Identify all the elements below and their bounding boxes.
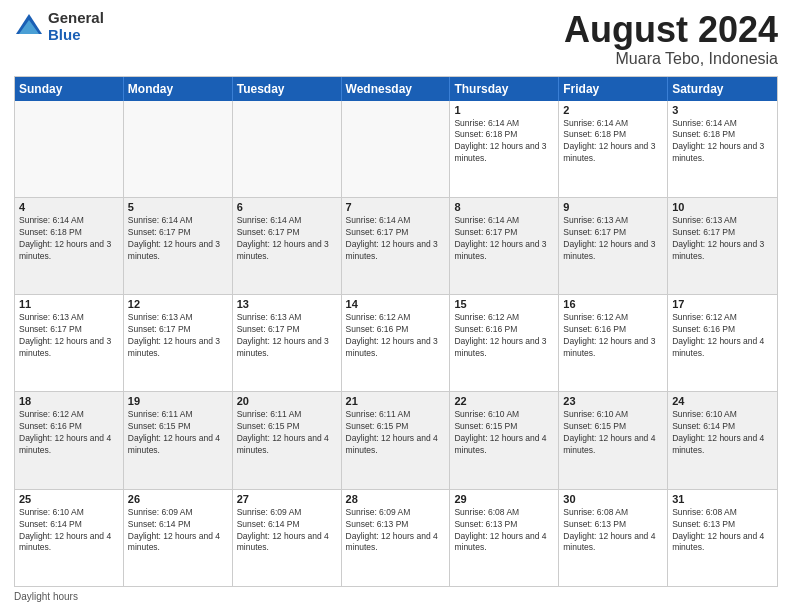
day-info: Sunrise: 6:13 AMSunset: 6:17 PMDaylight:…: [237, 312, 337, 360]
day-number: 17: [672, 298, 773, 310]
day-number: 8: [454, 201, 554, 213]
day-info: Sunrise: 6:12 AMSunset: 6:16 PMDaylight:…: [454, 312, 554, 360]
calendar-cell: 30Sunrise: 6:08 AMSunset: 6:13 PMDayligh…: [559, 490, 668, 586]
calendar-cell: 12Sunrise: 6:13 AMSunset: 6:17 PMDayligh…: [124, 295, 233, 391]
title-location: Muara Tebo, Indonesia: [564, 50, 778, 68]
calendar-cell: 6Sunrise: 6:14 AMSunset: 6:17 PMDaylight…: [233, 198, 342, 294]
calendar-header-cell: Thursday: [450, 77, 559, 101]
calendar-week-row: 18Sunrise: 6:12 AMSunset: 6:16 PMDayligh…: [15, 392, 777, 489]
day-info: Sunrise: 6:11 AMSunset: 6:15 PMDaylight:…: [128, 409, 228, 457]
calendar-week-row: 11Sunrise: 6:13 AMSunset: 6:17 PMDayligh…: [15, 295, 777, 392]
day-number: 2: [563, 104, 663, 116]
calendar-cell: 23Sunrise: 6:10 AMSunset: 6:15 PMDayligh…: [559, 392, 668, 488]
day-info: Sunrise: 6:12 AMSunset: 6:16 PMDaylight:…: [346, 312, 446, 360]
day-info: Sunrise: 6:14 AMSunset: 6:17 PMDaylight:…: [237, 215, 337, 263]
calendar-cell: 25Sunrise: 6:10 AMSunset: 6:14 PMDayligh…: [15, 490, 124, 586]
calendar-cell: 14Sunrise: 6:12 AMSunset: 6:16 PMDayligh…: [342, 295, 451, 391]
day-number: 30: [563, 493, 663, 505]
day-number: 4: [19, 201, 119, 213]
day-number: 23: [563, 395, 663, 407]
calendar-cell: 1Sunrise: 6:14 AMSunset: 6:18 PMDaylight…: [450, 101, 559, 197]
day-number: 24: [672, 395, 773, 407]
calendar-cell: [342, 101, 451, 197]
calendar-header-cell: Monday: [124, 77, 233, 101]
calendar-week-row: 1Sunrise: 6:14 AMSunset: 6:18 PMDaylight…: [15, 101, 777, 198]
calendar-header-cell: Sunday: [15, 77, 124, 101]
day-number: 9: [563, 201, 663, 213]
calendar-cell: 31Sunrise: 6:08 AMSunset: 6:13 PMDayligh…: [668, 490, 777, 586]
day-info: Sunrise: 6:10 AMSunset: 6:14 PMDaylight:…: [672, 409, 773, 457]
day-info: Sunrise: 6:08 AMSunset: 6:13 PMDaylight:…: [672, 507, 773, 555]
day-number: 11: [19, 298, 119, 310]
calendar-cell: 28Sunrise: 6:09 AMSunset: 6:13 PMDayligh…: [342, 490, 451, 586]
day-info: Sunrise: 6:14 AMSunset: 6:18 PMDaylight:…: [672, 118, 773, 166]
day-info: Sunrise: 6:13 AMSunset: 6:17 PMDaylight:…: [19, 312, 119, 360]
calendar-cell: 7Sunrise: 6:14 AMSunset: 6:17 PMDaylight…: [342, 198, 451, 294]
day-number: 5: [128, 201, 228, 213]
footer-note: Daylight hours: [14, 591, 778, 602]
day-number: 29: [454, 493, 554, 505]
calendar-cell: 5Sunrise: 6:14 AMSunset: 6:17 PMDaylight…: [124, 198, 233, 294]
calendar-cell: 9Sunrise: 6:13 AMSunset: 6:17 PMDaylight…: [559, 198, 668, 294]
day-number: 6: [237, 201, 337, 213]
calendar-header-cell: Tuesday: [233, 77, 342, 101]
day-number: 27: [237, 493, 337, 505]
day-number: 25: [19, 493, 119, 505]
calendar-cell: 17Sunrise: 6:12 AMSunset: 6:16 PMDayligh…: [668, 295, 777, 391]
day-number: 1: [454, 104, 554, 116]
day-info: Sunrise: 6:09 AMSunset: 6:13 PMDaylight:…: [346, 507, 446, 555]
calendar-header-cell: Wednesday: [342, 77, 451, 101]
day-number: 28: [346, 493, 446, 505]
day-number: 16: [563, 298, 663, 310]
day-info: Sunrise: 6:10 AMSunset: 6:14 PMDaylight:…: [19, 507, 119, 555]
calendar-cell: [15, 101, 124, 197]
day-info: Sunrise: 6:14 AMSunset: 6:18 PMDaylight:…: [19, 215, 119, 263]
day-number: 20: [237, 395, 337, 407]
day-number: 18: [19, 395, 119, 407]
day-info: Sunrise: 6:14 AMSunset: 6:17 PMDaylight:…: [128, 215, 228, 263]
day-info: Sunrise: 6:11 AMSunset: 6:15 PMDaylight:…: [237, 409, 337, 457]
day-number: 22: [454, 395, 554, 407]
day-info: Sunrise: 6:11 AMSunset: 6:15 PMDaylight:…: [346, 409, 446, 457]
calendar-cell: 15Sunrise: 6:12 AMSunset: 6:16 PMDayligh…: [450, 295, 559, 391]
logo: General Blue: [14, 10, 104, 43]
calendar-cell: 26Sunrise: 6:09 AMSunset: 6:14 PMDayligh…: [124, 490, 233, 586]
day-number: 19: [128, 395, 228, 407]
day-info: Sunrise: 6:14 AMSunset: 6:18 PMDaylight:…: [454, 118, 554, 166]
calendar-header-cell: Saturday: [668, 77, 777, 101]
day-number: 21: [346, 395, 446, 407]
day-number: 10: [672, 201, 773, 213]
calendar-cell: 24Sunrise: 6:10 AMSunset: 6:14 PMDayligh…: [668, 392, 777, 488]
title-month: August 2024: [564, 10, 778, 50]
logo-blue: Blue: [48, 27, 104, 44]
day-info: Sunrise: 6:13 AMSunset: 6:17 PMDaylight:…: [672, 215, 773, 263]
calendar-cell: 29Sunrise: 6:08 AMSunset: 6:13 PMDayligh…: [450, 490, 559, 586]
day-number: 12: [128, 298, 228, 310]
logo-general: General: [48, 10, 104, 27]
day-info: Sunrise: 6:13 AMSunset: 6:17 PMDaylight:…: [563, 215, 663, 263]
calendar-week-row: 25Sunrise: 6:10 AMSunset: 6:14 PMDayligh…: [15, 490, 777, 586]
calendar-body: 1Sunrise: 6:14 AMSunset: 6:18 PMDaylight…: [15, 101, 777, 586]
day-number: 15: [454, 298, 554, 310]
calendar-cell: 10Sunrise: 6:13 AMSunset: 6:17 PMDayligh…: [668, 198, 777, 294]
day-info: Sunrise: 6:14 AMSunset: 6:17 PMDaylight:…: [454, 215, 554, 263]
day-number: 14: [346, 298, 446, 310]
day-info: Sunrise: 6:09 AMSunset: 6:14 PMDaylight:…: [128, 507, 228, 555]
title-block: August 2024 Muara Tebo, Indonesia: [564, 10, 778, 68]
day-number: 31: [672, 493, 773, 505]
day-number: 3: [672, 104, 773, 116]
calendar-cell: 27Sunrise: 6:09 AMSunset: 6:14 PMDayligh…: [233, 490, 342, 586]
calendar-cell: 16Sunrise: 6:12 AMSunset: 6:16 PMDayligh…: [559, 295, 668, 391]
day-info: Sunrise: 6:09 AMSunset: 6:14 PMDaylight:…: [237, 507, 337, 555]
header: General Blue August 2024 Muara Tebo, Ind…: [14, 10, 778, 68]
day-info: Sunrise: 6:08 AMSunset: 6:13 PMDaylight:…: [454, 507, 554, 555]
day-info: Sunrise: 6:13 AMSunset: 6:17 PMDaylight:…: [128, 312, 228, 360]
calendar-cell: 22Sunrise: 6:10 AMSunset: 6:15 PMDayligh…: [450, 392, 559, 488]
calendar-header-cell: Friday: [559, 77, 668, 101]
calendar-cell: 18Sunrise: 6:12 AMSunset: 6:16 PMDayligh…: [15, 392, 124, 488]
day-info: Sunrise: 6:10 AMSunset: 6:15 PMDaylight:…: [454, 409, 554, 457]
page: General Blue August 2024 Muara Tebo, Ind…: [0, 0, 792, 612]
calendar-cell: 2Sunrise: 6:14 AMSunset: 6:18 PMDaylight…: [559, 101, 668, 197]
day-info: Sunrise: 6:10 AMSunset: 6:15 PMDaylight:…: [563, 409, 663, 457]
calendar-cell: 3Sunrise: 6:14 AMSunset: 6:18 PMDaylight…: [668, 101, 777, 197]
